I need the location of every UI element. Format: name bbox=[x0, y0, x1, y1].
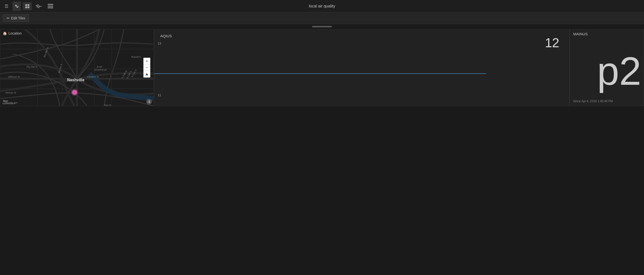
mainus-value: p2 bbox=[597, 51, 641, 91]
wave-view-button[interactable] bbox=[34, 2, 44, 10]
aqius-tile-label: AQIUS bbox=[158, 32, 569, 40]
logo-button[interactable]: ∿ bbox=[12, 2, 21, 11]
scroll-indicator bbox=[312, 26, 332, 27]
aqius-tile: AQIUS 12 13 11 bbox=[154, 29, 570, 106]
list-icon bbox=[48, 4, 53, 9]
list-view-button[interactable] bbox=[46, 3, 55, 10]
scale-label: 1km bbox=[3, 99, 15, 102]
mainus-since: Since Apr 8, 2019 1:45:46 PM bbox=[573, 99, 613, 103]
logo-icon: ∿ bbox=[14, 3, 19, 10]
menu-icon: ☰ bbox=[4, 4, 8, 9]
map-scale: 1km bbox=[3, 99, 15, 104]
svg-rect-3 bbox=[28, 7, 29, 8]
map-info-button[interactable]: ℹ bbox=[146, 99, 152, 104]
map-svg: Nashville Jefferson St Herman St Charlot… bbox=[0, 29, 154, 106]
mainus-tile-label: MAINUS bbox=[573, 32, 588, 36]
zoom-out-button[interactable]: − bbox=[144, 64, 150, 71]
svg-text:NASHVILLE: NASHVILLE bbox=[94, 69, 106, 71]
edit-tiles-button[interactable]: ✏ Edit Tiles bbox=[3, 15, 29, 22]
svg-rect-1 bbox=[28, 4, 29, 6]
zoom-in-button[interactable]: + bbox=[144, 58, 150, 64]
aqius-chart bbox=[154, 54, 569, 94]
svg-text:Jefferson St: Jefferson St bbox=[8, 76, 20, 78]
svg-text:Fain St: Fain St bbox=[104, 104, 111, 106]
svg-text:Davidson St: Davidson St bbox=[87, 76, 99, 78]
page-title: local air quality bbox=[309, 4, 335, 9]
svg-rect-2 bbox=[25, 7, 27, 8]
scale-bar bbox=[3, 103, 15, 104]
mainus-tile: MAINUS p2 Since Apr 8, 2019 1:45:46 PM bbox=[570, 29, 644, 106]
location-tile-header: 🏠 Location bbox=[0, 29, 154, 37]
location-tile: 🏠 Location bbox=[0, 29, 154, 106]
svg-text:Russell S: Russell S bbox=[132, 56, 141, 58]
svg-text:Herman St: Herman St bbox=[6, 92, 16, 94]
aqius-chart-svg bbox=[154, 54, 569, 94]
map-container[interactable]: Nashville Jefferson St Herman St Charlot… bbox=[0, 29, 154, 106]
scroll-hint-bar bbox=[0, 24, 644, 29]
svg-rect-4 bbox=[48, 4, 53, 5]
svg-rect-0 bbox=[25, 4, 27, 6]
edit-tiles-bar: ✏ Edit Tiles bbox=[0, 13, 644, 24]
toolbar: ☰ ∿ local air quality bbox=[0, 0, 644, 13]
grid-icon bbox=[25, 4, 30, 9]
svg-text:Nashville: Nashville bbox=[67, 78, 84, 82]
svg-rect-5 bbox=[48, 6, 53, 7]
grid-view-button[interactable] bbox=[23, 2, 32, 10]
aqius-chart-top-label: 13 bbox=[158, 42, 161, 45]
svg-text:Shy Alex N: Shy Alex N bbox=[26, 66, 37, 68]
map-controls: + − ▲ bbox=[143, 58, 150, 78]
edit-tiles-label: Edit Tiles bbox=[11, 16, 25, 20]
location-tile-label: Location bbox=[8, 31, 22, 35]
location-home-icon: 🏠 bbox=[3, 31, 7, 35]
svg-text:EAST: EAST bbox=[97, 66, 102, 68]
tiles-row: 🏠 Location bbox=[0, 29, 644, 106]
svg-point-38 bbox=[71, 89, 78, 96]
pencil-icon: ✏ bbox=[7, 16, 10, 20]
compass-button[interactable]: ▲ bbox=[144, 71, 150, 77]
aqius-chart-bottom-label: 11 bbox=[158, 94, 161, 97]
menu-toggle-button[interactable]: ☰ bbox=[2, 2, 10, 11]
wave-icon bbox=[36, 4, 42, 9]
svg-rect-6 bbox=[48, 8, 53, 8]
